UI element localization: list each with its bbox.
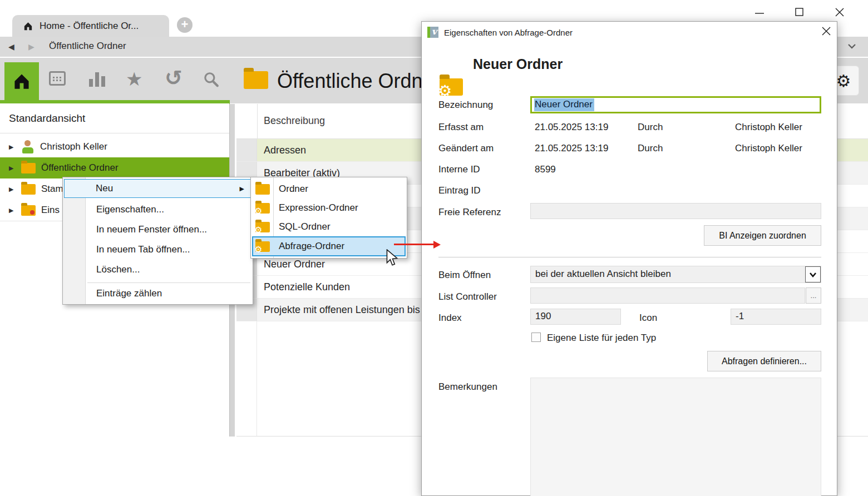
- close-window-button[interactable]: [830, 4, 849, 21]
- field-label-eintrag-id: Eintrag ID: [438, 185, 481, 196]
- dialog-header-title: Neuer Ordner: [473, 56, 563, 72]
- folder-gear-icon: ⚙: [255, 203, 270, 214]
- chevron-down-icon[interactable]: [846, 41, 858, 53]
- durch-label: Durch: [638, 122, 663, 133]
- menu-item-neues-fenster[interactable]: In neuem Fenster öffnen...: [64, 220, 251, 239]
- back-icon[interactable]: ◀: [8, 42, 14, 51]
- submenu-item-expression-ordner[interactable]: ⚙ Expression-Ordner: [252, 199, 406, 217]
- folder-gear-icon: ⚙: [255, 222, 270, 232]
- gear-icon: ⚙: [836, 71, 851, 91]
- toolbar-tab-calendar[interactable]: [49, 71, 66, 86]
- breadcrumb[interactable]: Öffentliche Ordner: [49, 41, 126, 52]
- beim-oeffnen-select[interactable]: bei der aktuellen Ansicht bleiben: [530, 266, 821, 283]
- menu-item-label: Neu: [96, 183, 113, 194]
- search-icon: [203, 71, 219, 88]
- folder-gear-icon: ⚙: [255, 241, 270, 252]
- mouse-cursor-icon: [385, 249, 398, 267]
- menu-item-eigenschaften[interactable]: Eigenschaften...: [64, 200, 251, 219]
- tree-item-label: Christoph Keller: [40, 141, 107, 152]
- close-dialog-button[interactable]: [821, 26, 831, 38]
- star-icon: ★: [126, 68, 142, 90]
- expander-icon[interactable]: ▶: [9, 143, 16, 151]
- tab-title: Home - Öffentliche Or...: [40, 21, 139, 32]
- durch-label: Durch: [638, 143, 663, 154]
- divider: [438, 257, 821, 257]
- submenu-neu: Ordner ⚙ Expression-Ordner ⚙ SQL-Ordner …: [250, 177, 407, 259]
- erfasst-am-value: 21.05.2025 13:19: [535, 122, 608, 133]
- dropdown-chevron-icon[interactable]: [805, 266, 821, 282]
- home-icon: [13, 73, 31, 90]
- menu-item-neu[interactable]: Neu ▶: [64, 179, 251, 198]
- menu-item-label: Abfrage-Ordner: [279, 241, 344, 252]
- maximize-button[interactable]: [790, 4, 809, 21]
- home-icon: [23, 22, 33, 31]
- calendar-icon: [49, 71, 66, 86]
- sidebar-item-oeffentliche-ordner[interactable]: ▶ Öffentliche Ordner: [0, 157, 229, 178]
- menu-item-label: Einträge zählen: [96, 288, 162, 299]
- field-label-geaendert-am: Geändert am: [438, 143, 494, 154]
- durch-value: Christoph Keller: [735, 122, 802, 133]
- tree-item-label: Eins: [41, 205, 60, 216]
- submenu-item-ordner[interactable]: Ordner: [252, 180, 406, 199]
- icon-input[interactable]: -1: [731, 309, 821, 325]
- user-icon: [21, 140, 34, 153]
- expander-icon[interactable]: ▶: [9, 207, 16, 214]
- toolbar-tab-favorites[interactable]: ★: [126, 68, 142, 90]
- bemerkungen-textarea[interactable]: [530, 378, 821, 496]
- dialog-title: Eigenschaften von Abfrage-Ordner: [444, 28, 573, 37]
- toolbar-tab-charts[interactable]: [89, 71, 105, 87]
- menu-item-label: In neuem Fenster öffnen...: [96, 224, 207, 235]
- toolbar-tab-home[interactable]: [4, 62, 39, 100]
- window-controls: [750, 4, 849, 21]
- menu-item-label: Eigenschaften...: [96, 204, 164, 215]
- checkbox-label: Eigene Liste für jeden Typ: [547, 333, 656, 344]
- list-controller-input[interactable]: [530, 287, 805, 304]
- field-label-erfasst-am: Erfasst am: [438, 122, 484, 133]
- toolbar-tab-history[interactable]: ↺: [165, 66, 183, 90]
- expander-icon[interactable]: ▶: [9, 165, 16, 172]
- row-gutter: [236, 139, 257, 161]
- menu-separator: [87, 282, 250, 283]
- list-controller-browse-button[interactable]: ...: [806, 287, 821, 304]
- field-label-list-controller: List Controller: [438, 291, 497, 302]
- folder-gear-icon: ⚙: [440, 78, 463, 96]
- bezeichnung-input[interactable]: Neuer Ordner: [530, 96, 821, 113]
- menu-item-loeschen[interactable]: Löschen...: [64, 260, 251, 279]
- forward-icon[interactable]: ▶: [28, 42, 34, 51]
- submenu-item-sql-ordner[interactable]: ⚙ SQL-Ordner: [252, 217, 406, 236]
- bar-chart-icon: [89, 79, 93, 87]
- menu-item-label: Löschen...: [96, 264, 140, 275]
- menu-item-eintraege-zaehlen[interactable]: Einträge zählen: [64, 284, 251, 303]
- eigene-liste-checkbox[interactable]: [531, 333, 541, 342]
- tree-item-label: Stam: [41, 183, 63, 195]
- index-input[interactable]: 190: [530, 309, 621, 325]
- submenu-item-abfrage-ordner[interactable]: ⚙ Abfrage-Ordner: [252, 236, 406, 256]
- new-tab-button[interactable]: +: [177, 17, 193, 33]
- column-header[interactable]: Beschreibung: [264, 115, 325, 127]
- menu-item-label: SQL-Ordner: [279, 221, 331, 232]
- freie-referenz-input[interactable]: [530, 203, 821, 219]
- field-label-beim-oeffnen: Beim Öffnen: [438, 270, 491, 281]
- page-title: Öffentliche Ordner: [277, 70, 440, 93]
- tab-home[interactable]: Home - Öffentliche Or...: [12, 15, 169, 37]
- field-label-interne-id: Interne ID: [438, 164, 480, 175]
- field-label-bemerkungen: Bemerkungen: [438, 381, 497, 393]
- bi-anzeigen-button[interactable]: BI Anzeigen zuordnen: [704, 225, 821, 246]
- dialog-title-bar[interactable]: v Eigenschaften von Abfrage-Ordner: [422, 22, 837, 43]
- menu-item-neuer-tab[interactable]: In neuem Tab öffnen...: [64, 240, 251, 259]
- field-label-freie-referenz: Freie Referenz: [438, 207, 501, 218]
- expander-icon[interactable]: ▶: [9, 186, 16, 193]
- plus-icon: +: [181, 17, 189, 31]
- folder-icon: [21, 163, 36, 173]
- sidebar-item-christoph-keller[interactable]: ▶ Christoph Keller: [0, 136, 229, 157]
- input-value-selected: Neuer Ordner: [534, 98, 594, 111]
- abfragen-definieren-button[interactable]: Abfragen definieren...: [707, 351, 821, 371]
- minimize-button[interactable]: [750, 4, 769, 21]
- tree-item-label: Öffentliche Ordner: [41, 162, 119, 173]
- menu-item-label: Expression-Ordner: [279, 202, 358, 214]
- context-menu: Neu ▶ Eigenschaften... In neuem Fenster …: [62, 177, 253, 305]
- annotation-arrow: [394, 240, 441, 250]
- folder-settings-icon: [21, 205, 36, 216]
- toolbar-tab-search[interactable]: [203, 71, 219, 88]
- vertec-logo-icon: v: [427, 27, 438, 38]
